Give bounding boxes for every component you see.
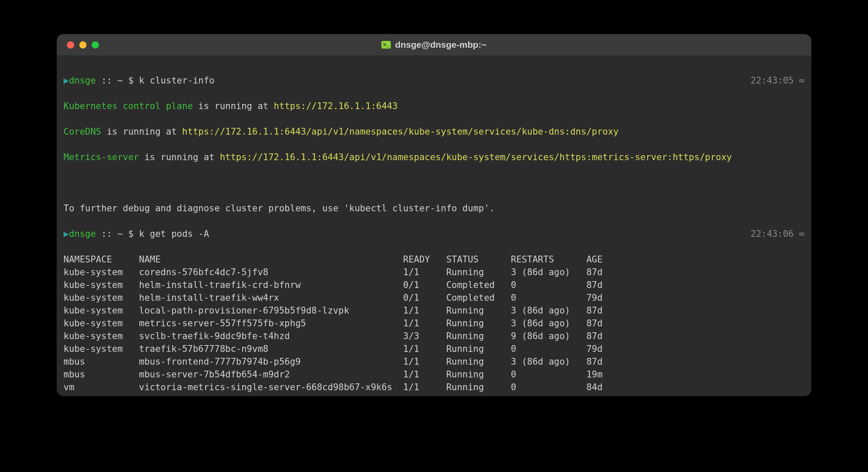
terminal-icon: >_ — [382, 41, 391, 49]
minimize-button[interactable] — [79, 41, 87, 49]
window-title-text: dnsge@dnsge-mbp:~ — [395, 40, 487, 50]
traffic-lights — [57, 41, 99, 49]
pods-table: NAMESPACE NAME READY STATUS RESTARTS AGE… — [64, 253, 804, 394]
terminal-output[interactable]: ▶dnsge :: ~ $ k cluster-info22:43:05 ∞ K… — [57, 55, 811, 396]
prompt-path: ~ — [117, 229, 123, 239]
table-row: kube-system metrics-server-557ff575fb-xp… — [64, 317, 804, 330]
service-url: https://172.16.1.1:6443 — [274, 101, 398, 111]
window-titlebar[interactable]: >_ dnsge@dnsge-mbp:~ — [57, 34, 811, 55]
maximize-button[interactable] — [92, 41, 99, 49]
prompt-path: ~ — [117, 75, 123, 86]
service-name: CoreDNS — [64, 127, 101, 137]
window-title: >_ dnsge@dnsge-mbp:~ — [382, 40, 487, 50]
output-line: Kubernetes control plane is running at h… — [64, 100, 804, 112]
blank-line — [64, 176, 804, 189]
table-row: vm victoria-metrics-single-server-668cd9… — [64, 381, 804, 394]
service-name: Kubernetes control plane — [64, 101, 193, 111]
table-row: mbus mbus-server-7b54dfb654-m9dr2 1/1 Ru… — [64, 368, 804, 381]
table-row: kube-system svclb-traefik-9ddc9bfe-t4hzd… — [64, 330, 804, 342]
prompt-user: dnsge — [69, 229, 96, 239]
table-row: kube-system coredns-576bfc4dc7-5jfv8 1/1… — [64, 266, 804, 279]
prompt-user: dnsge — [69, 75, 96, 86]
prompt-timestamp: 22:43:05 ∞ — [751, 74, 804, 87]
service-name: Metrics-server — [64, 152, 139, 162]
output-line: To further debug and diagnose cluster pr… — [64, 202, 804, 215]
table-row: kube-system local-path-provisioner-6795b… — [64, 304, 804, 317]
command-text: k cluster-info — [139, 75, 214, 86]
close-button[interactable] — [67, 41, 74, 49]
terminal-window: >_ dnsge@dnsge-mbp:~ ▶dnsge :: ~ $ k clu… — [57, 34, 811, 396]
table-header: NAMESPACE NAME READY STATUS RESTARTS AGE — [64, 253, 804, 266]
service-url: https://172.16.1.1:6443/api/v1/namespace… — [182, 127, 619, 137]
table-row: kube-system helm-install-traefik-ww4rx 0… — [64, 291, 804, 304]
prompt-line: ▶dnsge :: ~ $ k get pods -A22:43:06 ∞ — [64, 227, 804, 240]
table-row: kube-system helm-install-traefik-crd-bfn… — [64, 279, 804, 291]
service-url: https://172.16.1.1:6443/api/v1/namespace… — [220, 152, 732, 162]
output-line: CoreDNS is running at https://172.16.1.1… — [64, 125, 804, 138]
prompt-line: ▶dnsge :: ~ $ k cluster-info22:43:05 ∞ — [64, 74, 804, 87]
output-line: Metrics-server is running at https://172… — [64, 151, 804, 164]
prompt-timestamp: 22:43:06 ∞ — [751, 227, 804, 240]
table-row: mbus mbus-frontend-7777b7974b-p56g9 1/1 … — [64, 355, 804, 368]
table-row: kube-system traefik-57b67778bc-n9vm8 1/1… — [64, 342, 804, 355]
command-text: k get pods -A — [139, 229, 209, 239]
